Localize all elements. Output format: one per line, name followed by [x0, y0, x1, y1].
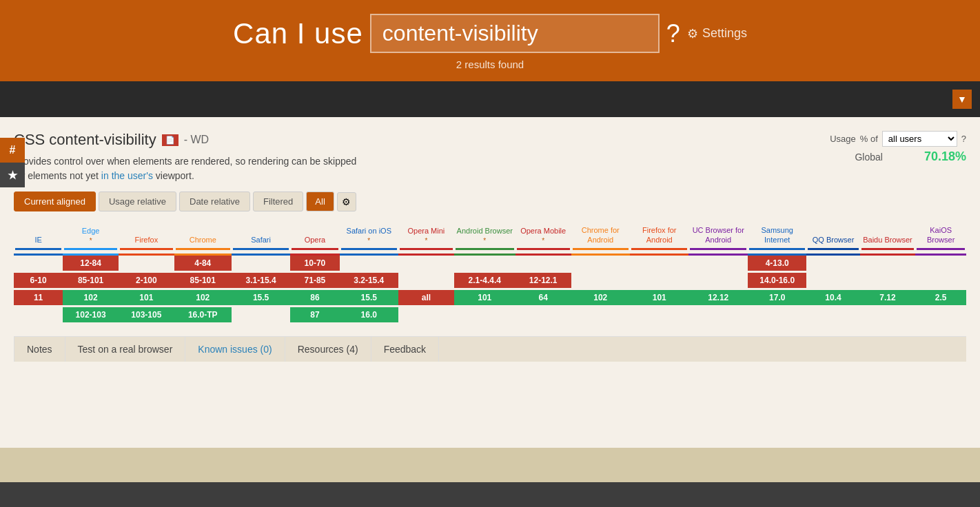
table-cell[interactable]: 3.1-15.4	[232, 273, 290, 288]
table-cell[interactable]: 103-105	[119, 307, 174, 322]
tab-feedback[interactable]: Feedback	[371, 337, 439, 362]
table-cell[interactable]: 85-101	[174, 273, 232, 288]
table-cell[interactable]: 3.2-15.4	[340, 273, 398, 288]
table-cell[interactable]	[515, 307, 571, 322]
table-cell[interactable]: 87	[290, 307, 339, 322]
tab-test[interactable]: Test on a real browser	[65, 337, 186, 362]
table-cell[interactable]: 85-101	[63, 273, 119, 288]
tab-usage-relative[interactable]: Usage relative	[99, 192, 176, 211]
th-ie: IE	[14, 223, 63, 256]
table-cell[interactable]: 2.5	[915, 290, 966, 305]
table-cell[interactable]	[571, 307, 630, 322]
tab-date-relative[interactable]: Date relative	[179, 192, 250, 211]
tab-notes[interactable]: Notes	[14, 337, 65, 362]
wd-label: - WD	[184, 134, 209, 146]
tab-current-aligned[interactable]: Current aligned	[14, 192, 96, 211]
table-cell[interactable]	[119, 256, 174, 271]
gear-icon: ⚙	[687, 26, 698, 41]
table-cell[interactable]	[688, 256, 747, 271]
table-cell[interactable]: 15.5	[340, 290, 398, 305]
table-cell[interactable]: 102	[174, 290, 232, 305]
table-cell[interactable]: 2.1-4.4.4	[454, 273, 515, 288]
table-cell[interactable]	[232, 256, 290, 271]
table-cell[interactable]: 16.0	[340, 307, 398, 322]
table-cell[interactable]	[454, 307, 515, 322]
tab-filtered[interactable]: Filtered	[253, 192, 303, 211]
table-cell[interactable]	[806, 273, 859, 288]
table-cell[interactable]: 102-103	[63, 307, 119, 322]
table-cell[interactable]	[630, 273, 688, 288]
viewport-link[interactable]: in the user's	[101, 170, 153, 181]
table-cell[interactable]	[915, 273, 966, 288]
question-mark[interactable]: ?	[666, 19, 680, 48]
table-cell[interactable]: 15.5	[232, 290, 290, 305]
table-cell[interactable]	[14, 256, 63, 271]
table-cell[interactable]: 64	[515, 290, 571, 305]
usage-select[interactable]: all users tracked users	[882, 131, 957, 147]
table-cell[interactable]	[398, 256, 454, 271]
table-cell[interactable]	[398, 273, 454, 288]
feature-title-area: CSS content-visibility 📄 - WD Provides c…	[14, 131, 794, 183]
th-qq: QQ Browser	[806, 223, 859, 256]
search-input[interactable]	[370, 14, 660, 53]
table-cell[interactable]	[630, 307, 688, 322]
table-cell[interactable]	[232, 307, 290, 322]
table-cell[interactable]	[571, 256, 630, 271]
table-cell[interactable]	[340, 256, 398, 271]
table-cell[interactable]: 2-100	[119, 273, 174, 288]
table-cell[interactable]	[688, 273, 747, 288]
usage-question[interactable]: ?	[961, 134, 966, 144]
sidebar-hash-icon[interactable]: #	[0, 138, 25, 163]
known-issues-link[interactable]: Known issues (0)	[198, 344, 272, 355]
table-cell[interactable]: 12-84	[63, 256, 119, 271]
table-cell[interactable]: 10.4	[806, 290, 859, 305]
table-cell[interactable]: all	[398, 290, 454, 305]
table-cell[interactable]: 101	[119, 290, 174, 305]
table-cell[interactable]: 102	[571, 290, 630, 305]
settings-button[interactable]: ⚙ Settings	[687, 26, 747, 41]
table-cell[interactable]	[454, 256, 515, 271]
table-cell[interactable]: 11	[14, 290, 63, 305]
table-cell[interactable]: 4-13.0	[748, 256, 806, 271]
table-settings-button[interactable]: ⚙	[337, 192, 356, 211]
table-cell[interactable]: 101	[630, 290, 688, 305]
table-cell[interactable]	[398, 307, 454, 322]
table-cell[interactable]	[915, 256, 966, 271]
table-cell[interactable]: 7.12	[860, 290, 916, 305]
table-cell[interactable]: 101	[454, 290, 515, 305]
table-cell[interactable]: 12.12	[688, 290, 747, 305]
table-cell[interactable]: 86	[290, 290, 339, 305]
spec-badge: 📄	[162, 134, 178, 146]
table-cell[interactable]: 10-70	[290, 256, 339, 271]
table-cell[interactable]: 6-10	[14, 273, 63, 288]
th-firefox: Firefox	[119, 223, 174, 256]
table-cell[interactable]: 16.0-TP	[174, 307, 232, 322]
table-cell[interactable]	[748, 307, 806, 322]
th-kaios: KaiOS Browser	[915, 223, 966, 256]
table-cell[interactable]	[14, 307, 63, 322]
table-cell[interactable]: 17.0	[748, 290, 806, 305]
table-cell[interactable]	[860, 256, 916, 271]
table-cell[interactable]	[806, 307, 859, 322]
table-cell[interactable]	[688, 307, 747, 322]
table-cell[interactable]: 12-12.1	[515, 273, 571, 288]
tab-known-issues[interactable]: Known issues (0)	[185, 337, 285, 362]
table-cell[interactable]	[806, 256, 859, 271]
filter-button[interactable]: ▼	[952, 90, 972, 109]
table-cell[interactable]	[860, 273, 916, 288]
table-cell[interactable]: 71-85	[290, 273, 339, 288]
tab-resources[interactable]: Resources (4)	[285, 337, 371, 362]
table-cell[interactable]	[630, 256, 688, 271]
th-android: Android Browser*	[454, 223, 515, 256]
table-cell[interactable]	[915, 307, 966, 322]
table-cell[interactable]: 102	[63, 290, 119, 305]
table-cell[interactable]	[860, 307, 916, 322]
feature-description: Provides control over when elements are …	[14, 154, 358, 183]
table-cell[interactable]	[515, 256, 571, 271]
th-opera: Opera	[290, 223, 339, 256]
tab-all[interactable]: All	[306, 192, 334, 211]
table-cell[interactable]	[571, 273, 630, 288]
table-cell[interactable]: 4-84	[174, 256, 232, 271]
table-cell[interactable]: 14.0-16.0	[748, 273, 806, 288]
sidebar-star-icon[interactable]: ★	[0, 163, 25, 187]
